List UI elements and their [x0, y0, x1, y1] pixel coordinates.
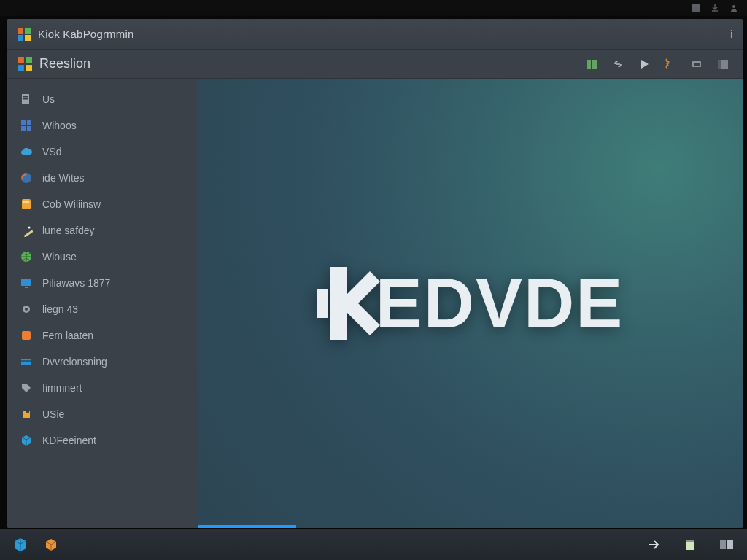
- sidebar-item-8[interactable]: liegn 43: [7, 296, 198, 322]
- sidebar-item-label: USie: [42, 408, 64, 420]
- svg-rect-31: [22, 331, 31, 340]
- svg-rect-0: [692, 4, 700, 12]
- monitor-icon: [19, 276, 34, 290]
- app-window: Kiok KabPogrmmin i Reeslion UsWihoosVSdi…: [7, 19, 743, 528]
- box-icon[interactable]: [41, 534, 61, 555]
- brand-text: EDVDE: [376, 263, 624, 343]
- windows-flag-icon: [18, 28, 31, 41]
- svg-rect-28: [25, 287, 28, 288]
- svg-rect-15: [23, 96, 28, 98]
- sidebar-item-10[interactable]: Dvvrelonsning: [7, 349, 198, 375]
- tag-icon: [19, 381, 34, 395]
- svg-rect-20: [27, 126, 31, 131]
- taskbar: [0, 529, 747, 560]
- fox-icon: [19, 171, 34, 185]
- sidebar-item-1[interactable]: Wihoos: [7, 112, 198, 139]
- svg-rect-33: [21, 360, 31, 362]
- sidebar-item-9[interactable]: Fem laaten: [7, 322, 198, 349]
- title-bar: Kiok KabPogrmmin i: [7, 19, 743, 50]
- chip-icon[interactable]: [687, 55, 706, 74]
- document-icon: [19, 92, 34, 106]
- square-icon: [19, 328, 34, 343]
- sidebar-item-label: Wiouse: [42, 251, 77, 262]
- svg-point-1: [732, 5, 735, 8]
- svg-rect-35: [686, 540, 694, 542]
- sidebar-item-label: Dvvrelonsning: [42, 356, 107, 368]
- grid-icon: [19, 118, 34, 133]
- section-flag-icon: [18, 57, 32, 71]
- globe-icon: [19, 249, 34, 264]
- svg-rect-36: [720, 540, 726, 549]
- sidebar-item-label: Fem laaten: [42, 330, 93, 341]
- section-bar: Reeslion: [7, 50, 743, 79]
- wand-icon: [19, 223, 34, 238]
- app-icon[interactable]: [692, 4, 700, 12]
- sidebar-item-label: ide Wites: [42, 172, 85, 184]
- svg-rect-7: [26, 57, 32, 63]
- note-icon: [19, 197, 34, 211]
- user-icon[interactable]: [729, 4, 738, 12]
- sidebar-item-7[interactable]: Piliawavs 1877: [7, 270, 198, 296]
- sidebar-item-6[interactable]: Wiouse: [7, 244, 198, 270]
- svg-rect-19: [21, 126, 26, 131]
- svg-rect-27: [21, 279, 31, 286]
- folder-tray-icon[interactable]: [716, 534, 737, 555]
- link-icon[interactable]: [608, 55, 627, 74]
- svg-rect-23: [23, 201, 29, 203]
- system-bar: [0, 0, 747, 16]
- arrow-right-icon[interactable]: [643, 534, 664, 555]
- section-label: Reeslion: [39, 56, 90, 71]
- brand-logo: EDVDE: [317, 263, 624, 343]
- script-icon[interactable]: [661, 55, 680, 74]
- sidebar-item-0[interactable]: Us: [7, 86, 198, 112]
- sidebar-item-label: Us: [42, 93, 55, 105]
- sidebar-item-label: Wihoos: [42, 120, 77, 131]
- puzzle-icon: [19, 407, 34, 421]
- svg-rect-16: [23, 98, 28, 100]
- cube-icon: [19, 433, 34, 448]
- window-title-right: i: [730, 28, 732, 40]
- sidebar-item-5[interactable]: lune safdey: [7, 217, 198, 244]
- k-glyph-icon: [317, 267, 380, 340]
- play-icon[interactable]: [635, 55, 654, 74]
- svg-rect-3: [25, 28, 31, 34]
- svg-rect-24: [24, 230, 33, 237]
- sidebar-item-2[interactable]: VSd: [7, 139, 198, 165]
- svg-point-25: [28, 227, 31, 229]
- svg-rect-18: [27, 120, 31, 125]
- sidebar-item-label: Cob Wiliinsw: [42, 198, 101, 210]
- desktop: Kiok KabPogrmmin i Reeslion UsWihoosVSdi…: [0, 0, 747, 560]
- svg-rect-32: [21, 359, 31, 365]
- sidebar-item-label: KDFeeinent: [42, 435, 96, 446]
- sidebar-item-13[interactable]: KDFeeinent: [7, 427, 198, 454]
- svg-rect-17: [21, 120, 26, 125]
- svg-point-30: [25, 308, 28, 311]
- svg-rect-37: [727, 540, 733, 549]
- window-title: Kiok KabPogrmmin: [38, 28, 134, 40]
- window-body: UsWihoosVSdide WitesCob Wiliinswlune saf…: [7, 79, 743, 528]
- download-icon[interactable]: [711, 4, 719, 12]
- svg-rect-5: [25, 35, 31, 41]
- sidebar-item-label: liegn 43: [42, 303, 78, 315]
- svg-rect-9: [26, 65, 32, 71]
- svg-rect-13: [718, 60, 721, 69]
- system-tray: [643, 534, 737, 555]
- svg-rect-4: [18, 35, 23, 41]
- cube-launcher-icon[interactable]: [10, 534, 31, 555]
- card-icon: [19, 354, 34, 369]
- panel-icon[interactable]: [713, 55, 732, 74]
- sidebar-item-label: VSd: [42, 146, 61, 158]
- cloud-icon: [19, 144, 34, 159]
- svg-rect-8: [18, 65, 24, 71]
- svg-rect-11: [694, 63, 700, 66]
- svg-rect-2: [18, 28, 23, 34]
- sidebar-item-label: Piliawavs 1877: [42, 277, 110, 289]
- sidebar-item-3[interactable]: ide Wites: [7, 165, 198, 191]
- book-icon[interactable]: [582, 55, 601, 74]
- sidebar-item-12[interactable]: USie: [7, 401, 198, 427]
- sidebar-item-11[interactable]: fimmnert: [7, 375, 198, 401]
- sidebar-item-4[interactable]: Cob Wiliinsw: [7, 191, 198, 217]
- sidebar-item-label: lune safdey: [42, 225, 95, 236]
- sidebar-item-label: fimmnert: [42, 382, 82, 394]
- note-tray-icon[interactable]: [680, 534, 700, 555]
